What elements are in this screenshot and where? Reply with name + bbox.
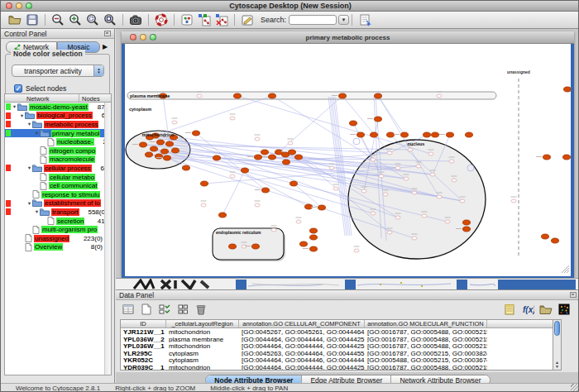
disclosure-triangle-icon[interactable]: ▼ xyxy=(34,209,40,214)
network-node-selected[interactable] xyxy=(193,131,200,136)
snapshot-camera-icon[interactable] xyxy=(128,13,143,27)
table-row[interactable]: YJR121W__1mitochondrion[GO:0045267, GO:0… xyxy=(121,328,556,336)
disclosure-triangle-icon[interactable]: ▼ xyxy=(26,201,32,206)
search-input[interactable] xyxy=(289,15,337,25)
tree-row-cellular-metabo[interactable]: cellular metabo209(0) xyxy=(5,173,104,182)
network-node-selected[interactable] xyxy=(423,132,431,137)
tree-row-transport[interactable]: ▼transport558(0) xyxy=(5,208,104,217)
tree-row-cellular-process[interactable]: ▼cellular process614(0) xyxy=(5,164,104,173)
network-node-selected[interactable] xyxy=(542,234,549,239)
network-node-selected[interactable] xyxy=(242,168,249,173)
disclosure-triangle-icon[interactable]: ▼ xyxy=(26,122,32,127)
tree-row-macromolecule[interactable]: macromolecule311(0) xyxy=(5,155,104,165)
tree-scrollbar[interactable] xyxy=(104,103,111,375)
network-node-unselected[interactable] xyxy=(197,94,202,98)
network-node-selected[interactable] xyxy=(310,246,318,251)
network-node-selected[interactable] xyxy=(252,244,260,249)
float-panel-icon[interactable] xyxy=(104,31,111,36)
network-node-selected[interactable] xyxy=(282,152,290,157)
network-node-selected[interactable] xyxy=(375,93,382,98)
network-node-selected[interactable] xyxy=(269,155,276,160)
zoom-in-icon[interactable] xyxy=(68,13,83,27)
network-node-selected[interactable] xyxy=(463,227,471,232)
network-node-selected[interactable] xyxy=(375,117,382,122)
tree-row-primary-metabol[interactable]: ▼primary metabol209(... xyxy=(5,129,104,138)
network-node-unselected[interactable] xyxy=(230,174,235,178)
network-canvas[interactable]: plasma membrane cytoplasm mitochondrion … xyxy=(125,44,571,275)
network-node-selected[interactable] xyxy=(156,154,163,159)
background-windows-strip[interactable] xyxy=(116,278,579,289)
zoom-fit-icon[interactable] xyxy=(103,13,117,27)
scrollbar-thumb[interactable] xyxy=(554,321,560,336)
disclosure-triangle-icon[interactable]: ▼ xyxy=(19,113,25,118)
network-node-unselected[interactable] xyxy=(333,187,338,190)
network-node-selected[interactable] xyxy=(563,155,571,160)
network-node-selected[interactable] xyxy=(401,132,409,137)
tree-row-overview[interactable]: Overview8(0) xyxy=(5,243,104,252)
network-node-selected[interactable] xyxy=(183,165,190,170)
network-node-selected[interactable] xyxy=(357,132,365,137)
table-row[interactable]: YKR052Ccytoplasm[GO:0044464, GO:0044446,… xyxy=(121,356,556,364)
tree-row-multi-organism-pro[interactable]: multi-organism pro42(0) xyxy=(5,225,104,234)
tree-row-biological-process[interactable]: ▼biological_process651(0) xyxy=(5,112,104,121)
select-nodes-checkbox[interactable]: ✓ xyxy=(14,84,22,93)
attribute-grid-icon[interactable] xyxy=(121,302,136,317)
disclosure-triangle-icon[interactable]: ▼ xyxy=(12,104,17,109)
network-node-unselected[interactable] xyxy=(271,228,276,232)
network-node-unselected[interactable] xyxy=(383,193,388,196)
network-node-unselected[interactable] xyxy=(416,165,421,168)
destroy-view-icon[interactable] xyxy=(214,13,229,27)
new-attribute-icon[interactable] xyxy=(139,302,154,317)
network-node-unselected[interactable] xyxy=(288,141,293,145)
network-node-selected[interactable] xyxy=(164,155,171,160)
network-node-unselected[interactable] xyxy=(371,212,376,215)
network-node-selected[interactable] xyxy=(219,213,227,218)
network-node-selected[interactable] xyxy=(387,132,395,137)
network-node-selected[interactable] xyxy=(283,160,290,165)
open-folder-icon[interactable] xyxy=(7,13,22,27)
network-node-unselected[interactable] xyxy=(430,173,435,176)
network-node-unselected[interactable] xyxy=(387,151,392,155)
network-node-unselected[interactable] xyxy=(387,231,392,234)
create-view-icon[interactable] xyxy=(197,13,212,27)
network-node-selected[interactable] xyxy=(229,244,237,249)
vizmapper-icon[interactable] xyxy=(179,13,194,27)
network-node-selected[interactable] xyxy=(300,241,308,246)
network-node-selected[interactable] xyxy=(318,205,326,210)
tree-row-establishment-of-lo[interactable]: ▼establishment of lo558(0) xyxy=(5,199,104,208)
network-node-unselected[interactable] xyxy=(412,237,417,240)
network-node-unselected[interactable] xyxy=(296,220,301,223)
table-row[interactable]: YDR039C__1mitochondrion[GO:0044464, GO:0… xyxy=(121,364,556,370)
network-node-unselected[interactable] xyxy=(172,121,177,124)
tree-row-mosaic-demo-yeast[interactable]: ▼mosaic-demo-yeast874(0) xyxy=(5,103,104,112)
network-node-selected[interactable] xyxy=(262,188,270,193)
network-node-selected[interactable] xyxy=(290,181,298,186)
network-node-unselected[interactable] xyxy=(428,152,433,155)
tree-row-secretion[interactable]: secretion41(0) xyxy=(5,217,104,226)
tree-row-response-to-stimulu[interactable]: response to stimulu264(0) xyxy=(5,190,104,199)
help-lifesaver-icon[interactable] xyxy=(154,13,169,27)
network-node-selected[interactable] xyxy=(466,132,473,137)
canvas-resize-grip[interactable] xyxy=(562,265,569,273)
network-node-unselected[interactable] xyxy=(449,160,454,163)
tree-header-network[interactable]: Network xyxy=(5,94,79,102)
tree-row-unassigned[interactable]: unassigned223(0) xyxy=(5,234,104,243)
column-header-4[interactable]: annotation.GO MOLECULAR_FUNCTION xyxy=(365,320,487,327)
network-node-selected[interactable] xyxy=(543,155,551,160)
open-attributes-folder-icon[interactable] xyxy=(538,302,553,317)
tab-overflow-arrow[interactable]: ▶ xyxy=(103,43,108,50)
network-node-unselected[interactable] xyxy=(361,189,366,193)
network-node-unselected[interactable] xyxy=(395,166,400,170)
network-node-selected[interactable] xyxy=(350,121,357,126)
select-attributes-icon[interactable] xyxy=(157,302,172,317)
network-node-selected[interactable] xyxy=(161,149,169,154)
network-node-unselected[interactable] xyxy=(445,220,450,223)
formula-fx-icon[interactable]: f(x) xyxy=(520,302,535,317)
network-node-selected[interactable] xyxy=(289,150,296,155)
tree-row-cell-communicat[interactable]: cell communicat22(0) xyxy=(5,181,104,190)
notepad-icon[interactable] xyxy=(502,302,517,317)
network-node-unselected[interactable] xyxy=(230,117,235,120)
network-node-unselected[interactable] xyxy=(354,249,359,252)
import-network-icon[interactable] xyxy=(357,13,372,27)
network-node-unselected[interactable] xyxy=(201,203,206,207)
